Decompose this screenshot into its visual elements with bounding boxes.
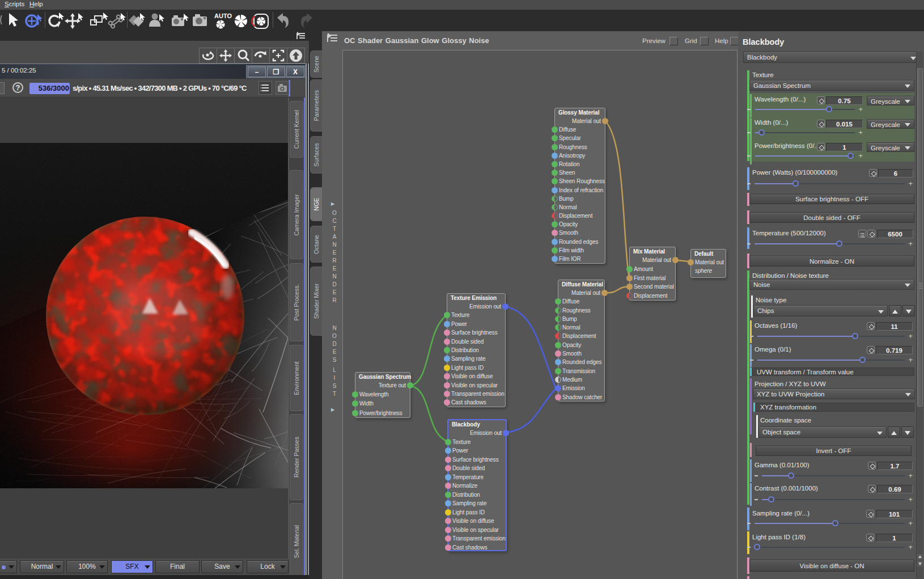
svg-text:AUTO: AUTO	[214, 12, 232, 19]
